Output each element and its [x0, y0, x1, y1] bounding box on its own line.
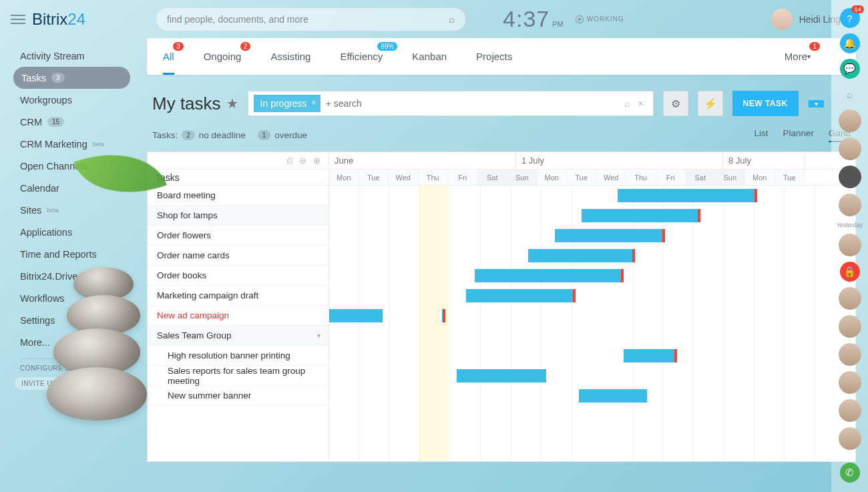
tab-assisting[interactable]: Assisting [270, 38, 310, 75]
contact-avatar[interactable] [839, 138, 861, 160]
day-header: Mon [745, 170, 775, 185]
task-row[interactable]: Order flowers [148, 226, 329, 246]
new-task-dropdown[interactable]: ▾ [808, 100, 824, 107]
task-row[interactable]: New ad campaign [148, 306, 329, 326]
contact-avatar[interactable] [839, 287, 861, 310]
contact-avatar[interactable] [839, 234, 861, 256]
gantt-bar[interactable] [555, 229, 665, 242]
help-button[interactable]: ?14 [840, 8, 860, 28]
no-deadline-link[interactable]: no deadline [199, 130, 246, 140]
gantt-bar[interactable] [442, 309, 445, 322]
record-icon [576, 15, 584, 23]
gantt-bar[interactable] [582, 209, 700, 222]
tab-efficiency[interactable]: Efficiency89% [340, 38, 383, 75]
tab-more[interactable]: More ▾1 [785, 38, 811, 75]
search-icon[interactable]: ⌕ [449, 13, 455, 25]
star-icon[interactable]: ★ [226, 95, 238, 111]
beta-label: beta [93, 141, 105, 148]
task-row[interactable]: Sales reports for sales team group meeti… [148, 366, 329, 386]
tab-badge: 3 [173, 42, 184, 51]
clock: 4:37 PM [503, 6, 564, 32]
view-planner[interactable]: Planner [783, 128, 814, 142]
subbar-label: Tasks: [152, 130, 178, 140]
gantt-bar[interactable] [579, 389, 647, 403]
new-task-button[interactable]: NEW TASK [732, 91, 799, 116]
sidebar-item-applications[interactable]: Applications [0, 221, 147, 243]
tab-all[interactable]: All3 [163, 38, 174, 75]
tasks-column-header: Tasks [148, 170, 329, 185]
work-status[interactable]: WORKING [576, 15, 624, 23]
gantt-bar[interactable] [329, 309, 383, 322]
contact-avatar[interactable] [839, 166, 861, 188]
task-row[interactable]: Order books [148, 266, 329, 286]
view-list[interactable]: List [754, 128, 768, 142]
gantt-bar[interactable] [466, 289, 576, 302]
phone-button[interactable]: ✆ [840, 463, 860, 483]
lock-button[interactable]: 🔒 [840, 262, 860, 282]
task-row[interactable]: New summer banner [148, 386, 329, 406]
contact-avatar[interactable] [839, 371, 861, 394]
logo[interactable]: Bitrix24 [32, 10, 85, 29]
menu-toggle[interactable] [11, 12, 25, 27]
gantt-bar[interactable] [457, 369, 546, 383]
tab-kanban[interactable]: Kanban [412, 38, 447, 75]
count-badge: 15 [47, 117, 64, 127]
overdue-link[interactable]: overdue [274, 130, 307, 140]
task-row[interactable]: High resolution banner printing [148, 346, 329, 366]
contact-avatar[interactable] [839, 343, 861, 366]
rail-search-button[interactable]: ⌕ [840, 84, 860, 104]
gantt-bar[interactable] [475, 269, 624, 282]
contact-avatar[interactable] [839, 109, 861, 132]
sidebar-item-time-and-reports[interactable]: Time and Reports [0, 243, 147, 265]
chat-button[interactable]: 💬 [840, 59, 860, 79]
filter-chip[interactable]: In progress× [254, 95, 320, 112]
bolt-icon: ⚡ [704, 97, 717, 110]
automation-button[interactable]: ⚡ [698, 91, 723, 116]
sidebar-item-activity-stream[interactable]: Activity Stream [0, 45, 147, 67]
no-deadline-count[interactable]: 2 [182, 130, 195, 140]
zoom-in-icon[interactable]: ⊕ [313, 156, 320, 166]
overdue-count[interactable]: 1 [258, 130, 271, 140]
global-search[interactable]: ⌕ [156, 7, 466, 31]
settings-button[interactable]: ⚙ [663, 91, 688, 116]
notifications-button[interactable]: 🔔 [840, 33, 860, 53]
task-row[interactable]: Board meeting [148, 186, 329, 206]
sidebar-item-crm-marketing[interactable]: CRM Marketingbeta [0, 133, 147, 155]
chevron-down-icon[interactable]: ▾ [317, 332, 320, 339]
filter-input[interactable] [326, 98, 621, 109]
filter-box[interactable]: In progress× ⌕ × [248, 91, 654, 116]
month-header: June [329, 152, 516, 169]
month-header: 1 July [516, 152, 723, 169]
gantt-bar[interactable] [618, 189, 757, 202]
day-header: Fri [448, 170, 478, 185]
contact-avatar[interactable] [839, 315, 861, 338]
sidebar-item-sites[interactable]: Sitesbeta [0, 199, 147, 221]
contact-avatar[interactable] [839, 399, 861, 422]
tab-ongoing[interactable]: Ongoing2 [204, 38, 242, 75]
sidebar-item-crm[interactable]: CRM15 [0, 111, 147, 133]
avatar [771, 9, 793, 30]
sidebar-item-workgroups[interactable]: Workgroups [0, 89, 147, 111]
day-header: Mon [537, 170, 568, 185]
rail-divider-label: Yesterday [837, 222, 863, 228]
chip-close-icon[interactable]: × [312, 98, 316, 107]
task-row[interactable]: Shop for lamps [148, 206, 329, 226]
global-search-input[interactable] [167, 14, 449, 25]
search-icon[interactable]: ⌕ [624, 98, 630, 109]
gantt-bar[interactable] [528, 249, 635, 262]
task-group-row[interactable]: Sales Team Group▾ [148, 326, 329, 346]
day-header: Tue [359, 170, 389, 185]
gantt-bar[interactable] [624, 349, 677, 362]
contact-avatar[interactable] [839, 427, 861, 450]
task-row[interactable]: Marketing campaign draft [148, 286, 329, 306]
contact-avatar[interactable] [839, 194, 861, 216]
clear-filter-icon[interactable]: × [638, 98, 643, 109]
tab-projects[interactable]: Projects [476, 38, 512, 75]
month-header: 8 July [723, 152, 805, 169]
zoom-out-icon[interactable]: ⊖ [299, 156, 306, 166]
phone-icon: ✆ [845, 467, 854, 479]
task-row[interactable]: Order name cards [148, 246, 329, 266]
sidebar-item-tasks[interactable]: Tasks3 [13, 67, 130, 89]
print-icon[interactable]: ⎙ [287, 156, 292, 166]
gear-icon: ⚙ [671, 97, 680, 110]
